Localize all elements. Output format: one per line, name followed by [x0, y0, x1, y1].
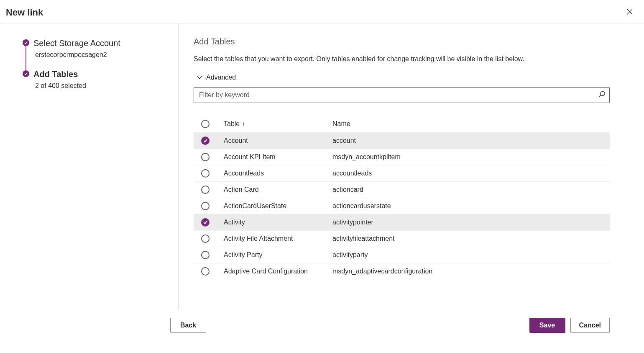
panel-title: New link — [6, 7, 43, 18]
row-table-name: accountleads — [332, 170, 610, 177]
row-table-name: msdyn_adaptivecardconfiguration — [332, 268, 610, 275]
row-table-label: Activity — [224, 219, 332, 226]
row-table-label: Account — [224, 137, 332, 144]
row-table-label: Accountleads — [224, 170, 332, 177]
advanced-label: Advanced — [206, 74, 236, 81]
row-table-name: actioncard — [332, 186, 610, 193]
main-heading: Add Tables — [194, 37, 610, 46]
table-row[interactable]: Adaptive Card Configurationmsdyn_adaptiv… — [194, 263, 610, 279]
close-button[interactable] — [624, 6, 636, 19]
back-button[interactable]: Back — [170, 318, 206, 333]
panel-footer: Back Save Cancel — [0, 310, 644, 340]
row-checkbox[interactable] — [201, 267, 210, 276]
chevron-down-icon — [196, 74, 203, 81]
table-row[interactable]: Accountaccount — [194, 132, 610, 149]
row-checkbox[interactable] — [201, 202, 210, 210]
column-header-table-label: Table — [224, 120, 240, 128]
row-table-name: activitypointer — [332, 219, 610, 226]
table-row[interactable]: Activityactivitypointer — [194, 214, 610, 230]
table-row[interactable]: Accountleadsaccountleads — [194, 165, 610, 181]
search-wrap — [194, 87, 610, 103]
row-table-label: Action Card — [224, 186, 332, 193]
cancel-button[interactable]: Cancel — [570, 318, 610, 333]
row-checkbox[interactable] — [201, 234, 210, 243]
step-check-icon — [23, 70, 29, 77]
wizard-step[interactable]: Add Tables 2 of 400 selected — [23, 69, 171, 90]
table-row[interactable]: Activity Partyactivityparty — [194, 247, 610, 263]
row-table-name: account — [332, 137, 610, 144]
row-table-label: Activity Party — [224, 251, 332, 259]
column-header-name[interactable]: Name — [332, 120, 610, 128]
filter-input[interactable] — [194, 87, 610, 103]
save-button[interactable]: Save — [529, 318, 565, 333]
table-row[interactable]: Action Cardactioncard — [194, 181, 610, 198]
step-title: Add Tables — [33, 69, 171, 80]
row-checkbox[interactable] — [201, 186, 210, 194]
step-title: Select Storage Account — [33, 38, 171, 49]
step-subtitle: 2 of 400 selected — [33, 82, 171, 90]
row-table-name: actioncarduserstate — [332, 202, 610, 210]
row-table-label: Activity File Attachment — [224, 235, 332, 242]
row-table-label: Account KPI Item — [224, 153, 332, 161]
main-description: Select the tables that you want to expor… — [194, 54, 610, 64]
body-split: Select Storage Account erstecorpcrmpocsa… — [0, 23, 644, 310]
row-table-name: msdyn_accountkpiitem — [332, 153, 610, 161]
column-header-name-label: Name — [332, 120, 350, 128]
step-connector — [26, 46, 26, 70]
close-icon — [626, 10, 633, 16]
wizard-step[interactable]: Select Storage Account erstecorpcrmpocsa… — [23, 38, 171, 59]
table-row[interactable]: Account KPI Itemmsdyn_accountkpiitem — [194, 149, 610, 165]
main-content: Add Tables Select the tables that you wa… — [179, 23, 644, 310]
row-checkbox[interactable] — [201, 251, 210, 259]
column-header-table[interactable]: Table ↑ — [224, 120, 332, 128]
row-checkbox[interactable] — [201, 153, 210, 161]
tables-list-header: Table ↑ Name — [194, 116, 610, 132]
sort-ascending-icon: ↑ — [242, 121, 245, 127]
step-subtitle: erstecorpcrmpocsagen2 — [33, 51, 171, 59]
tables-list: Table ↑ Name AccountaccountAccount KPI I… — [194, 116, 610, 279]
row-checkbox[interactable] — [201, 218, 210, 227]
wizard-sidebar: Select Storage Account erstecorpcrmpocsa… — [0, 23, 179, 310]
advanced-toggle[interactable]: Advanced — [194, 74, 236, 81]
table-row[interactable]: ActionCardUserStateactioncarduserstate — [194, 198, 610, 214]
row-table-name: activityparty — [332, 251, 610, 259]
row-checkbox[interactable] — [201, 137, 210, 145]
panel-header: New link — [0, 0, 644, 23]
select-all-checkbox[interactable] — [201, 120, 210, 128]
table-row[interactable]: Activity File Attachmentactivityfileatta… — [194, 230, 610, 247]
row-table-label: Adaptive Card Configuration — [224, 268, 332, 275]
row-checkbox[interactable] — [201, 169, 210, 178]
step-check-icon — [23, 39, 29, 46]
row-table-label: ActionCardUserState — [224, 202, 332, 210]
row-table-name: activityfileattachment — [332, 235, 610, 242]
